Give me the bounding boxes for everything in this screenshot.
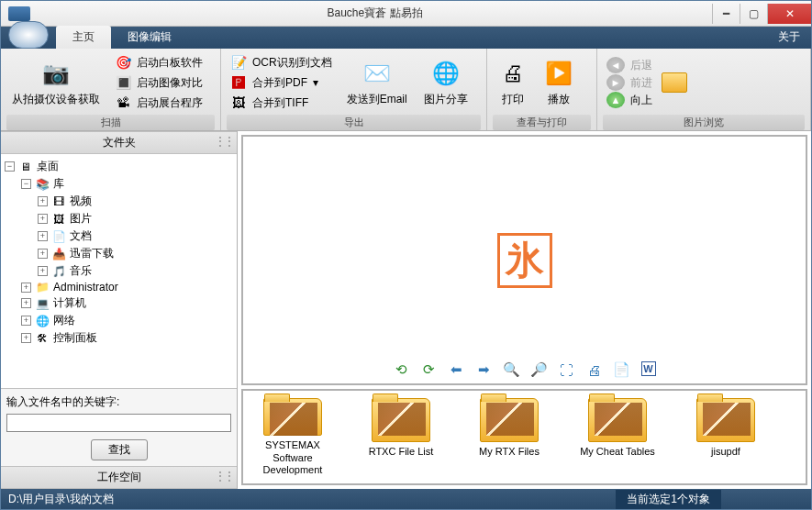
rotate-right-icon[interactable]: ⟳ <box>421 361 438 378</box>
file-item[interactable]: RTXC File List <box>355 398 447 476</box>
nav-forward-button[interactable]: ► 前进 <box>603 74 656 91</box>
tree-node[interactable]: +🎞视频 <box>5 193 233 210</box>
folder-tree[interactable]: −🖥桌面−📚库+🎞视频+🖼图片+📄文档+📥迅雷下载+🎵音乐+📁Administr… <box>1 154 237 388</box>
tab-image-edit[interactable]: 图像编辑 <box>111 26 188 49</box>
open-folder-button[interactable] <box>662 72 687 93</box>
tiff-icon: 🖼 <box>230 94 247 111</box>
file-item[interactable]: jisupdf <box>680 398 772 476</box>
folder-icon: 🎞 <box>51 195 66 208</box>
folder-icon: 🎵 <box>51 265 66 278</box>
print-tool-icon[interactable]: 🖨 <box>586 361 603 378</box>
find-button[interactable]: 查找 <box>91 439 148 460</box>
folder-icon <box>372 398 430 442</box>
folder-icon: 📥 <box>51 248 66 261</box>
export-group-label: 导出 <box>227 115 481 130</box>
email-button[interactable]: ✉️ 发送到Email <box>341 55 413 111</box>
tree-toggle-icon[interactable]: − <box>5 161 15 172</box>
tree-node[interactable]: +🖼图片 <box>5 210 233 227</box>
booth-button[interactable]: 📽 启动展台程序 <box>111 94 206 112</box>
tree-node[interactable]: +💻计算机 <box>5 294 233 312</box>
folder-icon: 🖥 <box>18 161 33 173</box>
email-icon: ✉️ <box>362 59 392 88</box>
app-logo-icon <box>8 6 30 21</box>
tree-node[interactable]: +📁Administrator <box>5 280 233 294</box>
file-item[interactable]: iStonsoft <box>788 398 807 476</box>
file-item[interactable]: My RTX Files <box>463 398 555 476</box>
capture-label: 从拍摄仪设备获取 <box>12 92 100 107</box>
tree-toggle-icon[interactable]: + <box>21 283 31 293</box>
tree-toggle-icon[interactable]: − <box>21 179 31 189</box>
nav-back-button[interactable]: ◄ 后退 <box>603 57 656 73</box>
whiteboard-button[interactable]: 🎯 启动白板软件 <box>111 53 206 72</box>
nav-up-button[interactable]: ▲ 向上 <box>603 92 656 108</box>
play-button[interactable]: ▶️ 播放 <box>539 55 579 111</box>
zoom-out-icon[interactable]: 🔍 <box>504 361 520 378</box>
dropdown-icon: ▾ <box>313 76 318 89</box>
file-label: RTXC File List <box>369 446 434 458</box>
tree-toggle-icon[interactable]: + <box>38 266 48 276</box>
folder-icon <box>588 398 647 442</box>
folder-icon: 💻 <box>35 297 50 310</box>
tree-label: 库 <box>53 176 64 192</box>
tree-node[interactable]: +🎵音乐 <box>5 262 233 280</box>
window-title: Bauche寶蒼 點易拍 <box>38 6 712 21</box>
preview-area: 氷 ⟲ ⟳ ⬅ ➡ 🔍 🔎 ⛶ 🖨 📄 W <box>241 135 807 385</box>
tree-toggle-icon[interactable]: + <box>38 249 48 259</box>
folder-icon <box>263 398 322 436</box>
folder-icon: 📄 <box>51 230 66 243</box>
tree-label: 计算机 <box>53 295 86 311</box>
word-icon[interactable]: W <box>641 361 656 376</box>
ocr-icon: 📝 <box>230 54 247 71</box>
close-button[interactable]: ✕ <box>767 4 811 24</box>
preview-placeholder-icon: 氷 <box>497 233 552 288</box>
tree-label: 文档 <box>70 228 92 244</box>
tree-toggle-icon[interactable]: + <box>38 196 48 206</box>
file-browser[interactable]: SYSTEMAX Software DevelopmentRTXC File L… <box>241 389 807 485</box>
document-icon[interactable]: 📄 <box>614 361 630 378</box>
tree-toggle-icon[interactable]: + <box>21 333 31 343</box>
file-item[interactable]: My Cheat Tables <box>572 398 663 476</box>
folder-icon: 📁 <box>35 281 50 294</box>
minimize-button[interactable]: ━ <box>712 4 740 24</box>
next-icon[interactable]: ➡ <box>476 361 493 378</box>
file-label: SYSTEMAX Software Development <box>247 439 339 476</box>
file-label: My Cheat Tables <box>580 446 655 458</box>
zoom-in-icon[interactable]: 🔎 <box>531 361 548 378</box>
fit-icon[interactable]: ⛶ <box>559 361 575 378</box>
tree-toggle-icon[interactable]: + <box>21 298 31 308</box>
tree-node[interactable]: −🖥桌面 <box>5 158 233 175</box>
tree-toggle-icon[interactable]: + <box>38 214 48 224</box>
status-path: D:\用户目录\我的文档 <box>8 492 114 507</box>
folder-icon <box>696 398 755 442</box>
tree-node[interactable]: −📚库 <box>5 175 233 193</box>
folder-icon <box>480 398 539 442</box>
app-icon[interactable] <box>8 21 49 49</box>
tree-node[interactable]: +📄文档 <box>5 227 233 245</box>
capture-button[interactable]: 📷 从拍摄仪设备获取 <box>6 55 106 111</box>
share-button[interactable]: 🌐 图片分享 <box>418 55 473 111</box>
tree-node[interactable]: +🌐网络 <box>5 312 233 329</box>
camera-icon: 📷 <box>41 59 71 88</box>
prev-icon[interactable]: ⬅ <box>449 361 465 378</box>
tree-toggle-icon[interactable]: + <box>38 231 48 241</box>
rotate-left-icon[interactable]: ⟲ <box>394 361 410 378</box>
tree-label: Administrator <box>53 281 118 294</box>
search-input[interactable] <box>6 414 231 432</box>
booth-icon: 📽 <box>115 94 131 111</box>
tree-toggle-icon[interactable]: + <box>21 316 31 326</box>
search-label: 输入文件名中的关键字: <box>6 394 231 410</box>
maximize-button[interactable]: ▢ <box>740 4 767 24</box>
viewprint-group-label: 查看与打印 <box>493 115 591 130</box>
ocr-button[interactable]: 📝 OCR识别到文档 <box>227 53 336 72</box>
tree-label: 控制面板 <box>53 330 97 346</box>
file-item[interactable]: SYSTEMAX Software Development <box>247 398 339 476</box>
tree-node[interactable]: +📥迅雷下载 <box>5 245 233 262</box>
merge-pdf-button[interactable]: 🅿 合并到PDF ▾ <box>227 73 336 92</box>
merge-tiff-button[interactable]: 🖼 合并到TIFF <box>227 94 336 112</box>
file-label: My RTX Files <box>479 446 539 458</box>
tab-about[interactable]: 关于 <box>767 26 811 49</box>
compare-button[interactable]: 🔳 启动图像对比 <box>111 73 206 92</box>
tab-home[interactable]: 主页 <box>56 26 111 49</box>
tree-node[interactable]: +🛠控制面板 <box>5 329 233 347</box>
print-button[interactable]: 🖨 打印 <box>493 55 533 111</box>
